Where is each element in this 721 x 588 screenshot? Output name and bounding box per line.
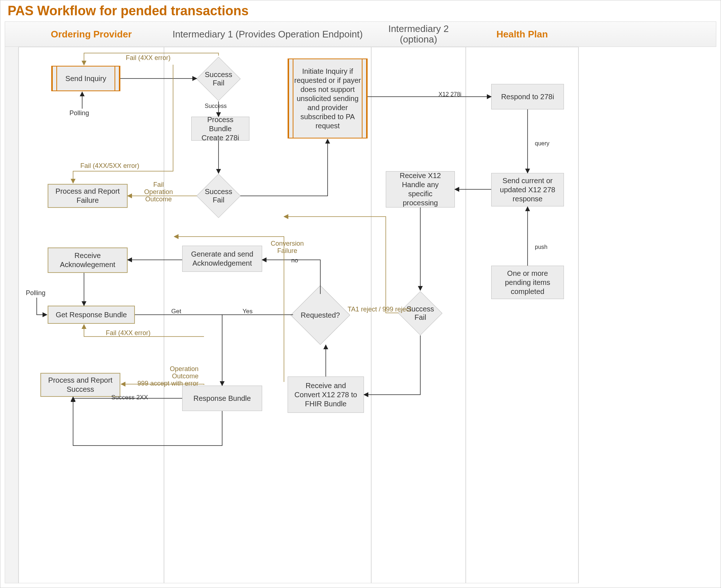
edge-success-2xx: Success 2XX xyxy=(111,394,148,401)
edge-ta1-999-reject: TA1 reject / 999 reject xyxy=(348,306,411,313)
node-send-inquiry: Send Inquiry xyxy=(51,66,120,91)
node-process-bundle-278i: Process BundleCreate 278i xyxy=(191,117,249,141)
edge-x12-278i: X12 278i xyxy=(438,91,461,98)
node-send-current-updated: Send current orupdated X12 278response xyxy=(491,173,564,206)
node-receive-convert: Receive andConvert X12 278 toFHIR Bundle xyxy=(288,376,364,413)
edge-fail-4xx-bottom: Fail (4XX error) xyxy=(106,329,151,337)
edge-push: push xyxy=(535,244,548,250)
node-pending-completed: One or morepending itemscompleted xyxy=(491,266,564,299)
node-receive-x12-handle: Receive X12Handle anyspecific processing xyxy=(386,171,455,208)
edge-op-outcome-999: OperationOutcome999 accept with error xyxy=(129,366,199,387)
node-process-report-failure: Process and ReportFailure xyxy=(48,184,128,208)
node-process-report-success: Process and ReportSuccess xyxy=(40,373,120,397)
label-polling-bottom: Polling xyxy=(26,289,45,297)
edge-query: query xyxy=(535,140,549,147)
label-polling-top: Polling xyxy=(69,109,89,117)
node-receive-ack: ReceiveAcknowlegement xyxy=(48,247,128,273)
edge-success-branch: Success xyxy=(205,103,227,109)
diagram-title: PAS Workflow for pended transactions xyxy=(8,3,249,19)
edge-no: no xyxy=(291,257,298,264)
lane-intermediary2-header: Intermediary 2 (optiona) xyxy=(371,21,466,47)
lane-ordering-header: Ordering Provider xyxy=(19,21,164,47)
lane-healthplan-body xyxy=(466,47,578,583)
lane-healthplan-header: Health Plan xyxy=(466,21,578,47)
edge-fail-4xx-top: Fail (4XX error) xyxy=(126,54,171,62)
edge-fail-op-outcome: FailOperationOutcome xyxy=(137,181,180,203)
node-respond-to-278i: Respond to 278i xyxy=(491,84,564,109)
lane-intermediary1-header: Intermediary 1 (Provides Operation Endpo… xyxy=(164,21,371,47)
edge-yes: Yes xyxy=(243,308,253,315)
node-get-response-bundle: Get Response Bundle xyxy=(48,306,135,324)
diagram-canvas: PAS Workflow for pended transactions Ord… xyxy=(0,0,721,588)
edge-get: Get xyxy=(171,308,181,315)
node-response-bundle: Response Bundle xyxy=(182,386,262,411)
node-initiate-inquiry: Initiate Inquiry if requested or if paye… xyxy=(288,59,368,138)
lane-gutter xyxy=(5,21,19,583)
node-generate-send-ack: Generate and sendAcknowledgement xyxy=(182,246,262,272)
edge-fail-4xx5xx: Fail (4XX/5XX error) xyxy=(80,162,139,170)
edge-conversion-failure: ConversionFailure xyxy=(267,240,307,255)
lane-end xyxy=(578,47,579,583)
